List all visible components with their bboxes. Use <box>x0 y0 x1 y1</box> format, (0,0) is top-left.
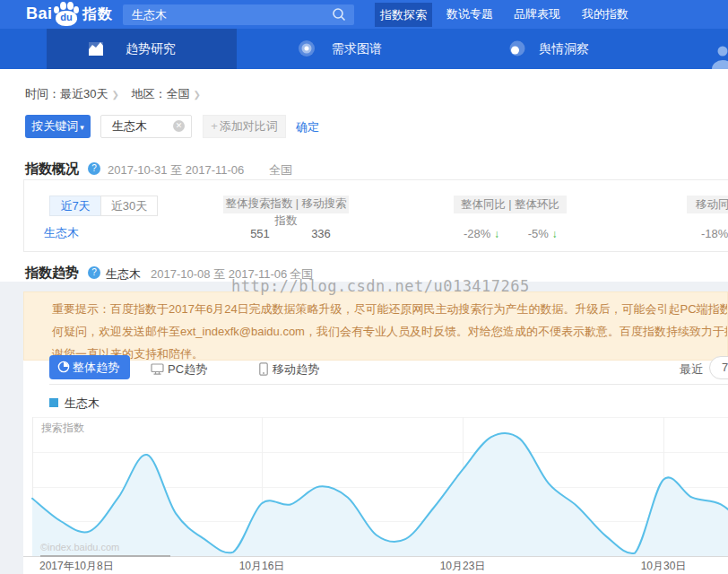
time-filter[interactable]: 时间：最近30天 <box>25 87 108 100</box>
sentiment-icon <box>507 39 526 58</box>
plus-icon: + <box>211 119 218 133</box>
x-tick-label: 10月23日 <box>427 559 498 574</box>
overview-card: 近7天 近30天 整体搜索指数 | 移动搜索指数 整体同比 | 整体环比 移动同… <box>23 179 728 252</box>
trend-keyword: 生态木 <box>106 266 141 283</box>
mobile-phone-icon <box>259 362 268 376</box>
notice-line-2: 何疑问，欢迎发送邮件至ext_indexfk@baidu.com，我们会有专业人… <box>52 324 728 340</box>
help-icon[interactable]: ? <box>88 266 100 279</box>
filter-bar: 时间：最近30天❯ 地区：全国❯ <box>25 86 210 102</box>
add-compare-button[interactable]: +添加对比词 <box>203 115 286 138</box>
x-tick-label: 10月16日 <box>226 559 298 574</box>
legend-label: 生态木 <box>65 396 100 412</box>
trend-title: 指数趋势 <box>25 265 79 282</box>
trend-chart-icon <box>86 39 106 58</box>
overall-yoy-value: -28% ↓ <box>455 227 508 240</box>
search-icon[interactable] <box>332 7 347 22</box>
baidu-paw-icon: du <box>53 2 80 27</box>
help-icon[interactable]: ? <box>88 162 100 175</box>
column-header-search-index: 整体搜索指数 | 移动搜索指数 <box>223 196 349 213</box>
tab-mobile-trend[interactable]: 移动趋势 <box>273 361 319 378</box>
x-axis-labels: 2017年10月8日10月16日10月23日10月30日 <box>23 559 728 573</box>
mobile-yoy-value: -18% ↓ <box>692 227 728 240</box>
demand-map-icon <box>297 39 316 58</box>
csdn-watermark: http://blog.csdn.net/u013417265 <box>231 277 530 295</box>
region-filter[interactable]: 地区：全国 <box>131 87 189 100</box>
confirm-button[interactable]: 确定 <box>296 119 319 135</box>
column-header-mobile-compare: 移动同比 | 移动环比 <box>687 196 728 213</box>
nav-brand-performance[interactable]: 品牌表现 <box>514 0 560 29</box>
notice-banner: 重要提示：百度指数于2017年6月24日完成数据策略升级，尽可能还原网民主动搜索… <box>23 291 728 361</box>
overall-mom-value: -5% ↓ <box>517 227 568 240</box>
overall-index-value: 551 <box>242 227 278 240</box>
x-tick-label: 10月30日 <box>628 559 699 574</box>
overview-region: 全国 <box>269 162 292 178</box>
notice-line-1: 重要提示：百度指数于2017年6月24日完成数据策略升级，尽可能还原网民主动搜索… <box>52 301 728 317</box>
clock-icon <box>57 361 70 373</box>
range-7days-button[interactable]: 7天 <box>709 356 728 379</box>
x-tick-label: 2017年10月8日 <box>39 559 114 574</box>
tab-overall-trend[interactable]: 整体趋势 <box>49 355 130 379</box>
user-account-icon[interactable] <box>709 44 728 69</box>
keyword-chip-label: 生态木 <box>112 116 147 137</box>
tab-last-30-days[interactable]: 近30天 <box>100 196 158 216</box>
search-input[interactable]: 生态木 <box>123 4 354 25</box>
tab-sentiment-insight[interactable]: 舆情洞察 <box>539 41 589 57</box>
divider <box>49 384 728 385</box>
nav-data-topics[interactable]: 数说专题 <box>445 0 495 29</box>
nav-my-index[interactable]: 我的指数 <box>582 0 628 29</box>
nav-index-explore[interactable]: 指数探索 <box>375 3 432 27</box>
chevron-right-icon: ❯ <box>193 90 200 100</box>
baidu-logo[interactable]: Bai <box>26 4 53 23</box>
overview-date-range: 2017-10-31 至 2017-11-06 <box>108 162 244 178</box>
top-bar: Bai du 指数 生态木 指数探索 数说专题 品牌表现 我的指数 <box>0 0 728 29</box>
down-arrow-icon: ↓ <box>494 228 499 240</box>
keyword-chip[interactable]: 生态木 ✕ <box>100 115 192 138</box>
caret-down-icon: ▾ <box>80 123 84 132</box>
trend-line-chart <box>23 417 728 557</box>
overview-title: 指数概况 <box>25 161 79 178</box>
mobile-index-value: 336 <box>303 227 339 240</box>
remove-keyword-icon[interactable]: ✕ <box>173 120 185 132</box>
column-header-overall-compare: 整体同比 | 整体环比 <box>454 196 567 213</box>
y-axis-label: 搜索指数 <box>41 421 84 436</box>
index-logo-text: 指数 <box>82 5 113 24</box>
chart-watermark: ©index.baidu.com <box>40 542 119 552</box>
chevron-right-icon: ❯ <box>111 90 118 100</box>
range-label: 最近 <box>680 361 703 378</box>
baidu-index-page: Bai du 指数 生态木 指数探索 数说专题 品牌表现 我的指数 趋势研究 需… <box>0 0 728 574</box>
keyword-mode-button[interactable]: 按关键词▾ <box>25 115 91 138</box>
tab-pc-trend[interactable]: PC趋势 <box>168 361 207 378</box>
pc-monitor-icon <box>151 363 164 376</box>
overview-keyword-link[interactable]: 生态木 <box>44 225 79 241</box>
tab-last-7-days[interactable]: 近7天 <box>49 196 101 216</box>
tab-demand-map[interactable]: 需求图谱 <box>332 41 382 57</box>
legend-color-square <box>49 398 58 407</box>
down-arrow-icon: ↓ <box>551 228 557 240</box>
tab-trend-research-label: 趋势研究 <box>126 41 176 57</box>
